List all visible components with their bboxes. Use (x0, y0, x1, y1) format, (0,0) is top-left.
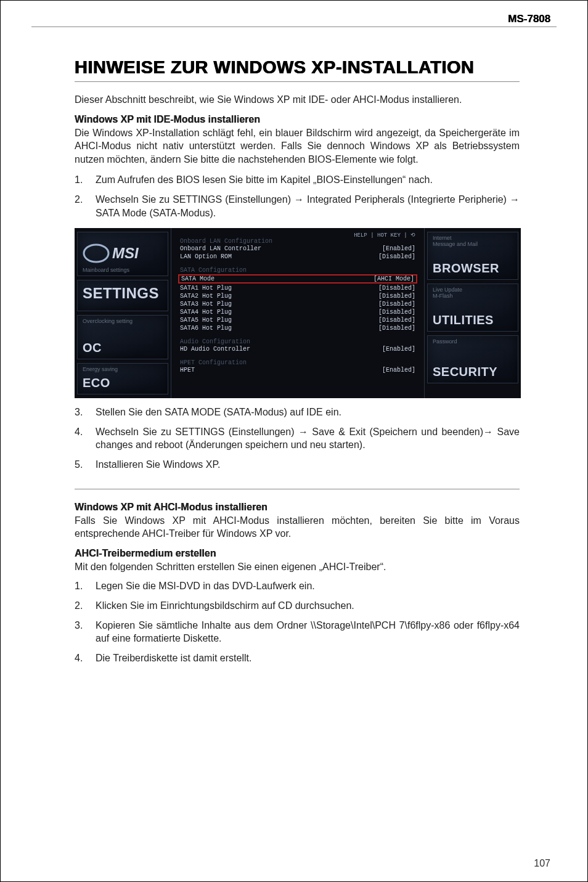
bios-key: SATA2 Hot Plug (180, 293, 232, 300)
list-item: 3.Kopieren Sie sämtliche Inhalte aus dem… (75, 619, 520, 645)
section1-steps-a: 1.Zum Aufrufen des BIOS lesen Sie bitte … (75, 173, 520, 219)
section1-paragraph: Die Windows XP-Installation schlägt fehl… (75, 126, 520, 166)
step-number: 3. (75, 406, 87, 419)
step-text: Installieren Sie Windows XP. (96, 458, 520, 472)
bios-row[interactable]: LAN Option ROM[Disabled] (180, 253, 415, 261)
list-item: 3.Stellen Sie den SATA MODE (SATA-Modus)… (75, 406, 520, 419)
bios-value: [Disabled] (378, 325, 415, 332)
settings-tile[interactable]: SETTINGS (77, 280, 168, 312)
tile-big-label: SETTINGS (83, 285, 159, 302)
step-text: Stellen Sie den SATA MODE (SATA-Modus) a… (96, 406, 520, 419)
section-divider (75, 489, 520, 489)
step-number: 2. (75, 599, 87, 613)
svg-point-0 (84, 245, 108, 262)
step-number: 1. (75, 579, 87, 593)
tile-caption: Mainboard settings (83, 267, 129, 273)
bios-key: SATA Mode (181, 276, 214, 282)
svg-text:MSI: MSI (112, 245, 139, 261)
list-item: 4.Wechseln Sie zu SETTINGS (Einstellunge… (75, 425, 520, 452)
list-item: 5.Installieren Sie Windows XP. (75, 458, 520, 472)
bios-key: HD Audio Controller (180, 346, 250, 353)
bios-key: SATA6 Hot Plug (180, 325, 232, 332)
bios-row[interactable]: SATA2 Hot Plug[Disabled] (180, 292, 415, 300)
bios-key: LAN Option ROM (180, 253, 232, 260)
bios-row[interactable]: HD Audio Controller[Enabled] (180, 345, 415, 353)
bios-row[interactable]: SATA4 Hot Plug[Disabled] (180, 308, 415, 316)
tile-big-label: BROWSER (433, 261, 499, 276)
step-text: Zum Aufrufen des BIOS lesen Sie bitte im… (96, 173, 520, 187)
page-number: 107 (534, 858, 550, 869)
bios-left-column: MSI Mainboard settings SETTINGS Overcloc… (75, 228, 171, 398)
step-number: 4. (75, 425, 87, 452)
bios-group-title: Audio Configuration (180, 338, 415, 345)
tile-big-label: UTILITIES (433, 313, 494, 327)
header-model: MS-7808 (508, 13, 550, 25)
browser-tile[interactable]: Internet Message and Mail BROWSER (427, 232, 518, 280)
section3-heading: AHCI-Treibermedium erstellen (75, 548, 520, 559)
section2-paragraph: Falls Sie Windows XP mit AHCI-Modus inst… (75, 514, 520, 541)
section2-heading: Windows XP mit AHCI-Modus installieren (75, 502, 520, 513)
list-item: 1.Zum Aufrufen des BIOS lesen Sie bitte … (75, 173, 520, 187)
msi-logo-tile: MSI Mainboard settings (77, 232, 168, 276)
bios-value: [Enabled] (382, 245, 415, 252)
section3-steps: 1.Legen Sie die MSI-DVD in das DVD-Laufw… (75, 579, 520, 664)
bios-value: [Disabled] (378, 253, 415, 260)
bios-group-title: Onboard LAN Configuration (180, 238, 415, 245)
tile-caption: Internet Message and Mail (433, 235, 478, 247)
bios-value: [Enabled] (382, 346, 415, 353)
tile-caption: Energy saving (83, 366, 118, 372)
section1-heading: Windows XP mit IDE-Modus installieren (75, 114, 520, 125)
bios-center-panel: HELP | HOT KEY | ⟲ Onboard LAN Configura… (171, 228, 425, 398)
bios-row[interactable]: Onboard LAN Controller[Enabled] (180, 245, 415, 253)
bios-row[interactable]: SATA5 Hot Plug[Disabled] (180, 316, 415, 324)
security-tile[interactable]: Password SECURITY (427, 335, 518, 383)
bios-row[interactable]: SATA3 Hot Plug[Disabled] (180, 300, 415, 308)
tile-big-label: ECO (83, 376, 110, 390)
utilities-tile[interactable]: Live Update M-Flash UTILITIES (427, 284, 518, 332)
tile-big-label: OC (83, 341, 102, 355)
step-text: Die Treiberdiskette ist damit erstellt. (96, 651, 520, 665)
step-text: Wechseln Sie zu SETTINGS (Einstellungen)… (96, 425, 520, 452)
bios-row-highlighted[interactable]: SATA Mode[AHCI Mode] (178, 274, 417, 284)
step-text: Kopieren Sie sämtliche Inhalte aus dem O… (96, 619, 520, 645)
oc-tile[interactable]: Overclocking setting OC (77, 315, 168, 359)
step-number: 3. (75, 619, 87, 645)
list-item: 1.Legen Sie die MSI-DVD in das DVD-Laufw… (75, 579, 520, 593)
bios-key: SATA3 Hot Plug (180, 301, 232, 308)
bios-help-bar[interactable]: HELP | HOT KEY | ⟲ (354, 232, 415, 239)
bios-key: HPET (180, 367, 195, 374)
step-text: Wechseln Sie zu SETTINGS (Einstellungen)… (96, 193, 520, 219)
step-number: 1. (75, 173, 87, 187)
tile-caption: Password (433, 338, 457, 345)
step-number: 2. (75, 193, 87, 219)
bios-value: [Disabled] (378, 301, 415, 308)
bios-key: Onboard LAN Controller (180, 245, 261, 252)
tile-caption: Overclocking setting (83, 318, 133, 324)
tile-big-label: SECURITY (433, 365, 497, 379)
eco-tile[interactable]: Energy saving ECO (77, 363, 168, 395)
bios-value: [Disabled] (378, 293, 415, 300)
content: HINWEISE ZUR WINDOWS XP-INSTALLATION Die… (75, 57, 520, 664)
bios-row[interactable]: HPET[Enabled] (180, 366, 415, 374)
bios-group-title: SATA Configuration (180, 267, 415, 274)
bios-key: SATA4 Hot Plug (180, 309, 232, 316)
bios-row[interactable]: SATA6 Hot Plug[Disabled] (180, 324, 415, 332)
section1-steps-b: 3.Stellen Sie den SATA MODE (SATA-Modus)… (75, 406, 520, 471)
bios-value: [AHCI Mode] (374, 276, 414, 282)
page: MS-7808 HINWEISE ZUR WINDOWS XP-INSTALLA… (0, 0, 588, 882)
bios-key: SATA5 Hot Plug (180, 317, 232, 324)
bios-value: [Disabled] (378, 317, 415, 324)
list-item: 4.Die Treiberdiskette ist damit erstellt… (75, 651, 520, 665)
bios-value: [Disabled] (378, 309, 415, 316)
bios-value: [Disabled] (378, 285, 415, 292)
page-title: HINWEISE ZUR WINDOWS XP-INSTALLATION (75, 57, 520, 82)
bios-screenshot: MSI Mainboard settings SETTINGS Overcloc… (75, 228, 521, 398)
list-item: 2.Klicken Sie im Einrichtungsbildschirm … (75, 599, 520, 613)
header-rule (31, 27, 557, 27)
step-text: Klicken Sie im Einrichtungsbildschirm au… (96, 599, 520, 613)
bios-row[interactable]: SATA1 Hot Plug[Disabled] (180, 284, 415, 292)
step-number: 4. (75, 651, 87, 665)
step-number: 5. (75, 458, 87, 472)
msi-logo-icon: MSI (83, 241, 157, 266)
list-item: 2.Wechseln Sie zu SETTINGS (Einstellunge… (75, 193, 520, 219)
